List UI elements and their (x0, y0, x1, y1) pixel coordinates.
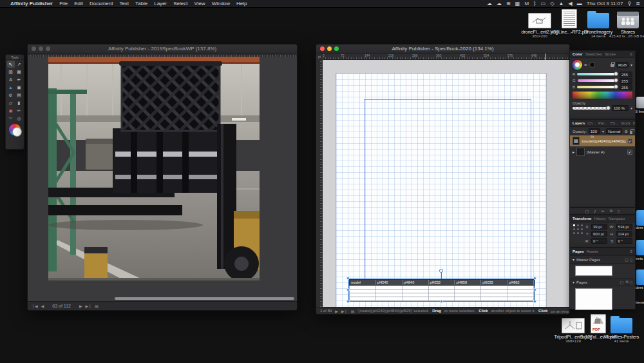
last-page-button[interactable]: ▶❘ (86, 304, 92, 308)
cloud-icon[interactable]: ☁ (487, 1, 492, 6)
forklift-photo[interactable] (48, 57, 260, 280)
desktop-icon-shares-drive[interactable]: Shares 415.43 G...26 GB free (607, 9, 644, 38)
artistic-text-tool-icon[interactable]: A (7, 76, 15, 83)
page-mode-icon[interactable]: ▤ (351, 309, 355, 313)
chevron-down-icon[interactable]: ▾ (630, 63, 632, 67)
next-page-button[interactable]: ▶ (79, 304, 82, 308)
window-status-icon[interactable]: ⊞ (506, 1, 511, 6)
display-icon[interactable]: ▭ (541, 1, 546, 6)
tab-pages[interactable]: Pages (573, 250, 584, 253)
w-field[interactable]: 534 pt (616, 224, 632, 230)
pages-section[interactable]: ▾ Pages ▢ ⧉ ▯ (570, 278, 635, 286)
selection-handle-tl[interactable] (346, 277, 350, 280)
overlap-icon[interactable]: ⧉ (625, 280, 628, 284)
hidden-folder-icon[interactable] (636, 240, 644, 255)
pencil-icon[interactable]: ✏ (601, 209, 605, 213)
tab-assets[interactable]: Assets (587, 250, 598, 253)
desktop-icon-workfiles-folder[interactable]: Workfiles-Posters 41 items (601, 314, 642, 343)
shear-field[interactable]: 0 ° (616, 238, 632, 244)
tab-swatches[interactable]: Swatches (585, 52, 602, 56)
menu-window[interactable]: Window (212, 1, 230, 6)
collapse-icon[interactable]: ▾ (573, 280, 574, 284)
menu-document[interactable]: Document (90, 1, 113, 6)
color-mode-select[interactable]: RGB (616, 62, 629, 68)
red-slider[interactable] (577, 73, 618, 75)
menu-clock[interactable]: Thu Oct 3 11:07 (587, 1, 623, 6)
menu-edit[interactable]: Edit (74, 1, 83, 6)
table-tool-icon[interactable]: ▦ (15, 68, 23, 75)
layer-visibility-checkbox[interactable]: ✓ (627, 150, 632, 155)
crop-tool-icon[interactable]: ▱ (7, 99, 15, 106)
layers-opacity-value[interactable]: 100 % (589, 128, 600, 134)
tab-transform[interactable]: Transform (573, 217, 591, 221)
menu-help[interactable]: Help (236, 1, 247, 6)
y-field[interactable]: 600 pt (591, 231, 607, 237)
menu-view[interactable]: View (194, 1, 205, 6)
add-page-icon[interactable]: ▢ (620, 280, 624, 284)
page-thumbnail[interactable] (575, 288, 612, 310)
h-field[interactable]: 114 pt (616, 231, 632, 237)
green-value[interactable]: 255 (620, 78, 632, 84)
frame-icon[interactable]: ▢ (585, 209, 589, 213)
zoom-tool-icon[interactable]: ◎ (15, 115, 23, 122)
move-tool-icon[interactable]: ↖ (7, 61, 15, 68)
new-layer-icon[interactable]: ⧉ (610, 209, 612, 213)
control-center-icon[interactable]: ≣ (636, 1, 640, 6)
opacity-value[interactable]: 100 % (612, 105, 629, 111)
picture-frame-tool-icon[interactable]: ▣ (15, 84, 23, 91)
panel-menu-icon[interactable]: ≡ (633, 121, 635, 125)
tab-navigator[interactable]: Navigator (609, 217, 625, 221)
menu-layer[interactable]: Layer (154, 1, 167, 6)
tab-character[interactable]: Ch... (587, 121, 596, 125)
menu-select[interactable]: Select (173, 1, 187, 6)
tab-history[interactable]: History (594, 217, 606, 221)
node-tool-icon[interactable]: ↗ (15, 61, 23, 68)
blue-value[interactable]: 255 (620, 84, 632, 90)
layer-visibility-checkbox[interactable]: ✓ (628, 139, 632, 144)
left-canvas[interactable] (28, 57, 297, 301)
stroke-color-swatch[interactable] (589, 62, 595, 68)
tab-paragraph[interactable]: Par... (598, 121, 607, 125)
transparency-tool-icon[interactable]: ▮ (15, 99, 23, 106)
page-mode-icon[interactable]: ▤ (95, 304, 99, 308)
master-pages-section[interactable]: ▾ Master Pages ▢ ▯ (570, 255, 635, 264)
anchor-point-selector[interactable] (573, 224, 583, 235)
selection-handle-br[interactable] (533, 300, 536, 303)
trash-icon[interactable]: ▯ (630, 280, 632, 284)
fx-icon[interactable]: ƒ (594, 210, 596, 213)
blue-slider[interactable] (577, 86, 618, 88)
layer-row-selected[interactable]: ▦ (model)(pl4240)(pl4840)(pl625) ✓ (570, 135, 635, 146)
ellipse-tool-icon[interactable]: ⊘ (7, 92, 15, 99)
master-page-thumbnail[interactable] (575, 266, 612, 276)
m-status-icon[interactable]: M (524, 1, 529, 6)
next-page-button[interactable]: ▶ (335, 309, 338, 313)
color-spectrum[interactable] (573, 92, 632, 99)
lock-icon[interactable] (630, 131, 632, 134)
horizontal-scrollbar[interactable] (115, 297, 294, 300)
grid-status-icon[interactable]: ▦ (515, 1, 520, 6)
bluetooth-icon[interactable]: ᛒ (533, 1, 536, 6)
cloud-icon-2[interactable]: ☁ (497, 1, 502, 6)
shape-tool-icon[interactable]: ▲ (7, 84, 15, 91)
spotlight-icon[interactable]: ⚲ (627, 1, 631, 6)
document-page[interactable]: model pl4240 pl4840 pl4252 pl4858 pl6055… (336, 73, 547, 307)
tab-text-styles[interactable]: TS... (610, 121, 618, 125)
last-page-button[interactable]: ▶❘ (341, 309, 348, 313)
gradient-tool-icon[interactable]: ◉ (7, 107, 15, 114)
selection-handle-bl[interactable] (346, 300, 350, 303)
pen-tool-icon[interactable]: ✒ (15, 76, 23, 83)
tab-stock[interactable]: Stock (621, 121, 630, 125)
first-page-button[interactable]: ❘◀ (32, 304, 38, 308)
right-canvas[interactable]: model pl4240 pl4840 pl4252 pl4858 pl6055… (323, 60, 569, 307)
selection-handle-ml[interactable] (346, 288, 350, 291)
chevron-down-icon[interactable]: ▾ (630, 106, 632, 110)
tab-stroke[interactable]: Stroke (605, 52, 616, 56)
trash-icon[interactable]: ▯ (618, 209, 620, 213)
image-tool-icon[interactable]: ▤ (15, 92, 23, 99)
lock-icon[interactable] (611, 64, 614, 67)
panel-menu-icon[interactable]: ≡ (630, 250, 632, 253)
trash-icon[interactable]: ▯ (630, 257, 632, 262)
fill-stroke-color-selector[interactable] (9, 124, 21, 135)
tab-layers[interactable]: Layers (573, 121, 585, 125)
hand-tool-icon[interactable]: ☞ (7, 115, 15, 122)
